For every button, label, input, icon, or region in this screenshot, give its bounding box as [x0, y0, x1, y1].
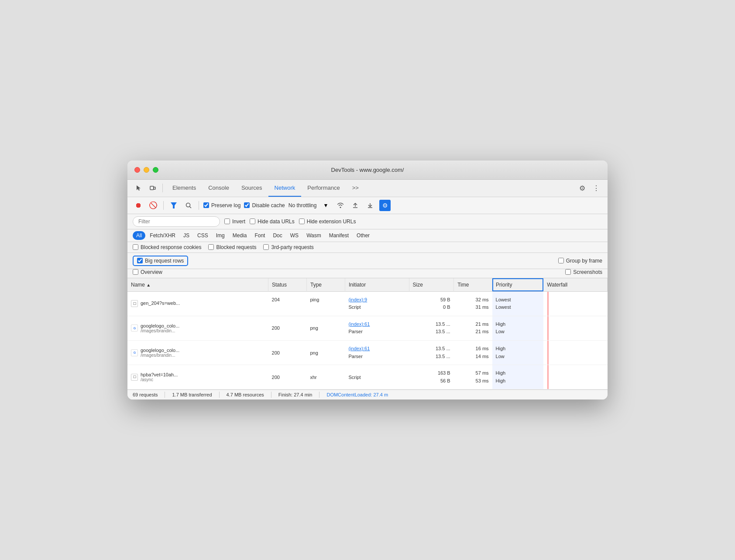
- row-2-size: 13.5 ...13.5 ...: [409, 316, 454, 340]
- tab-elements[interactable]: Elements: [166, 179, 202, 197]
- window-title: DevTools - www.google.com/: [331, 167, 404, 173]
- type-filter-css[interactable]: CSS: [194, 231, 212, 240]
- overview-bar: Overview Screenshots: [127, 269, 608, 278]
- network-settings-button[interactable]: ⚙: [379, 200, 391, 211]
- type-filter-media[interactable]: Media: [229, 231, 251, 240]
- type-filter-fetch-xhr[interactable]: Fetch/XHR: [146, 231, 179, 240]
- more-vert-icon[interactable]: ⋮: [590, 182, 602, 194]
- big-request-rows-checkbox[interactable]: [137, 258, 143, 263]
- invert-checkbox[interactable]: [224, 219, 230, 224]
- third-party-requests-checkbox[interactable]: [263, 244, 269, 250]
- col-time[interactable]: Time: [454, 278, 492, 292]
- row-3-initiator: (index):61 Parser: [345, 341, 409, 365]
- hide-extension-urls-label[interactable]: Hide extension URLs: [299, 219, 356, 225]
- overview-label[interactable]: Overview: [133, 269, 162, 275]
- device-toggle-icon[interactable]: [147, 182, 159, 194]
- group-by-frame-label[interactable]: Group by frame: [558, 258, 602, 264]
- select-element-icon[interactable]: [133, 182, 145, 194]
- col-waterfall[interactable]: Waterfall: [543, 278, 608, 292]
- row-2-waterfall: [543, 316, 608, 340]
- status-sep-4: [319, 392, 319, 398]
- title-bar: DevTools - www.google.com/: [127, 160, 608, 180]
- type-filter-doc[interactable]: Doc: [269, 231, 285, 240]
- tab-performance[interactable]: Performance: [301, 179, 346, 197]
- upload-icon[interactable]: [350, 200, 361, 211]
- table-row[interactable]: G googlelogo_colo... /images/brandin... …: [127, 341, 608, 365]
- table-header-row: Name ▲ Status Type Initiator Size Time P…: [127, 278, 608, 292]
- row-3-type: png: [306, 341, 345, 365]
- blocked-requests-label[interactable]: Blocked requests: [208, 244, 256, 250]
- throttle-dropdown-icon[interactable]: ▼: [320, 200, 331, 211]
- nav-right: ⚙ ⋮: [576, 182, 602, 194]
- type-filter-all[interactable]: All: [133, 231, 145, 240]
- clear-button[interactable]: 🚫: [148, 200, 159, 211]
- filter-input[interactable]: [133, 216, 220, 227]
- table-row[interactable]: ☐ gen_204?s=web... 204 ping: [127, 291, 608, 316]
- blocked-requests-checkbox[interactable]: [208, 244, 214, 250]
- row-1-status: 204: [268, 291, 307, 316]
- third-party-requests-label[interactable]: 3rd-party requests: [263, 244, 313, 250]
- network-table: Name ▲ Status Type Initiator Size Time P…: [127, 278, 608, 390]
- type-filter-other[interactable]: Other: [353, 231, 373, 240]
- download-icon[interactable]: [364, 200, 376, 211]
- row-3-status: 200: [268, 341, 307, 365]
- options-bar: Blocked response cookies Blocked request…: [127, 242, 608, 253]
- tab-console[interactable]: Console: [202, 179, 235, 197]
- row-1-icon: ☐: [131, 300, 138, 307]
- type-filter-img[interactable]: Img: [213, 231, 228, 240]
- tab-more[interactable]: >>: [346, 179, 365, 197]
- filter-options: Invert Hide data URLs Hide extension URL…: [224, 219, 356, 225]
- screenshots-label[interactable]: Screenshots: [565, 269, 602, 275]
- close-button[interactable]: [134, 167, 140, 173]
- row-2-type: png: [306, 316, 345, 340]
- col-status[interactable]: Status: [268, 278, 307, 292]
- maximize-button[interactable]: [153, 167, 158, 173]
- col-name[interactable]: Name ▲: [127, 278, 268, 292]
- type-filter-font[interactable]: Font: [251, 231, 268, 240]
- overview-checkbox[interactable]: [133, 269, 138, 275]
- preserve-log-checkbox[interactable]: [203, 202, 209, 208]
- col-initiator[interactable]: Initiator: [345, 278, 409, 292]
- disable-cache-label[interactable]: Disable cache: [244, 202, 285, 208]
- row-4-waterfall: [543, 365, 608, 389]
- row-1-size: 59 B0 B: [409, 291, 454, 316]
- table-row[interactable]: G googlelogo_colo... /images/brandin... …: [127, 316, 608, 340]
- wifi-icon[interactable]: [335, 200, 346, 211]
- tab-sources[interactable]: Sources: [235, 179, 268, 197]
- big-request-rows-label[interactable]: Big request rows: [133, 256, 188, 266]
- settings-icon[interactable]: ⚙: [576, 182, 588, 194]
- filter-icon[interactable]: [168, 200, 179, 211]
- type-filter-wasm[interactable]: Wasm: [303, 231, 325, 240]
- minimize-button[interactable]: [144, 167, 149, 173]
- table-row[interactable]: ☐ hpba?vet=10ah... /async 200 xhr Script…: [127, 365, 608, 389]
- record-stop-button[interactable]: ⏺: [133, 200, 144, 211]
- type-filter-js[interactable]: JS: [180, 231, 193, 240]
- row-4-initiator: Script: [345, 365, 409, 389]
- blocked-response-cookies-label[interactable]: Blocked response cookies: [133, 244, 201, 250]
- col-priority[interactable]: Priority: [492, 278, 543, 292]
- blocked-response-cookies-checkbox[interactable]: [133, 244, 138, 250]
- group-by-frame-checkbox[interactable]: [558, 258, 564, 263]
- hide-data-urls-checkbox[interactable]: [250, 219, 255, 224]
- type-filter-bar: All Fetch/XHR JS CSS Img Media Font Doc …: [127, 229, 608, 242]
- row-1-waterfall: [543, 291, 608, 316]
- row-4-status: 200: [268, 365, 307, 389]
- col-type[interactable]: Type: [306, 278, 345, 292]
- preserve-log-label[interactable]: Preserve log: [203, 202, 240, 208]
- invert-label[interactable]: Invert: [224, 219, 245, 225]
- status-transferred: 1.7 MB transferred: [172, 392, 212, 397]
- hide-data-urls-label[interactable]: Hide data URLs: [250, 219, 295, 225]
- screenshots-checkbox[interactable]: [565, 269, 571, 275]
- col-size[interactable]: Size: [409, 278, 454, 292]
- row-3-name: G googlelogo_colo... /images/brandin...: [127, 341, 268, 365]
- tab-network[interactable]: Network: [268, 179, 302, 197]
- row-4-time: 57 ms53 ms: [454, 365, 492, 389]
- hide-extension-urls-checkbox[interactable]: [299, 219, 305, 224]
- type-filter-ws[interactable]: WS: [287, 231, 302, 240]
- disable-cache-checkbox[interactable]: [244, 202, 250, 208]
- row-1-name: ☐ gen_204?s=web...: [127, 291, 268, 316]
- status-dom-content-loaded: DOMContentLoaded: 27.4 m: [326, 392, 388, 397]
- row-1-time: 32 ms31 ms: [454, 291, 492, 316]
- search-icon[interactable]: [183, 200, 194, 211]
- type-filter-manifest[interactable]: Manifest: [326, 231, 352, 240]
